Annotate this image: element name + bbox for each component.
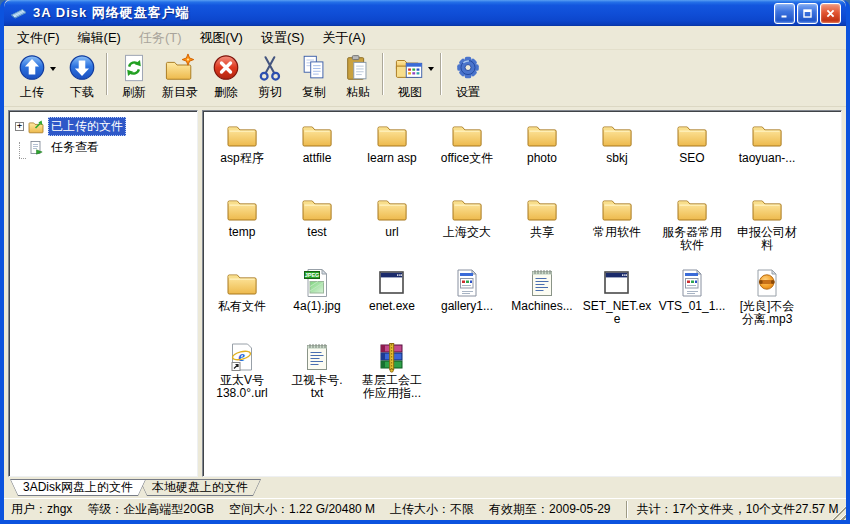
maximize-icon — [802, 8, 813, 19]
folder-icon — [675, 193, 709, 225]
cut-button[interactable]: 剪切 — [248, 52, 292, 102]
file-label: 4a(1).jpg — [293, 300, 340, 313]
maximize-button[interactable] — [797, 3, 818, 24]
chevron-down-icon — [428, 67, 434, 71]
toolbar: 上传 下载 刷新 新目录 删除 剪切 复制 粘贴 — [4, 50, 846, 107]
file-label: 上海交大 — [443, 226, 491, 239]
toolbar-separator — [440, 53, 442, 95]
text-file-icon — [300, 341, 334, 373]
file-item[interactable]: 共享 — [505, 193, 579, 267]
upload-label: 上传 — [20, 84, 44, 101]
text-file-icon — [525, 267, 559, 299]
file-label: sbkj — [606, 152, 627, 165]
status-divider — [626, 501, 628, 518]
menu-view[interactable]: 视图(V) — [191, 26, 252, 50]
delete-label: 删除 — [214, 84, 238, 101]
sidebar-item-label: 任务查看 — [48, 138, 102, 157]
close-button[interactable] — [820, 3, 841, 24]
menu-edit[interactable]: 编辑(E) — [69, 26, 130, 50]
new-folder-icon — [164, 53, 196, 83]
file-item[interactable]: 申报公司材 料 — [730, 193, 804, 267]
file-item[interactable]: [光良]不会 分离.mp3 — [730, 267, 804, 341]
paste-icon — [342, 53, 374, 83]
menu-file[interactable]: 文件(F) — [8, 26, 69, 50]
file-item[interactable]: gallery1... — [430, 267, 504, 341]
file-item[interactable]: 常用软件 — [580, 193, 654, 267]
file-item[interactable]: 基层工会工 作应用指... — [355, 341, 429, 415]
jpeg-image-icon — [300, 267, 334, 299]
bottom-tab-bar: 3ADisk网盘上的文件 本地硬盘上的文件 — [4, 479, 846, 498]
status-upload-limit: 上传大小：不限 — [390, 501, 474, 518]
file-item[interactable]: 上海交大 — [430, 193, 504, 267]
view-label: 视图 — [398, 84, 422, 101]
file-item[interactable]: 亚太V号 138.0°.url — [205, 341, 279, 415]
file-item[interactable]: photo — [505, 119, 579, 193]
file-label: 共享 — [530, 226, 554, 239]
folder-icon — [225, 267, 259, 299]
sidebar-item-uploaded-files[interactable]: 已上传的文件 — [13, 116, 195, 137]
toolbar-separator — [106, 53, 108, 95]
folder-icon — [525, 119, 559, 151]
tab-local-files[interactable]: 本地硬盘上的文件 — [139, 479, 261, 496]
internet-shortcut-icon — [225, 341, 259, 373]
file-item[interactable]: taoyuan-... — [730, 119, 804, 193]
file-label: gallery1... — [441, 300, 493, 313]
view-dropdown-arrow[interactable] — [426, 54, 436, 84]
minimize-icon — [779, 8, 790, 19]
file-item[interactable]: attfile — [280, 119, 354, 193]
tab-remote-files[interactable]: 3ADisk网盘上的文件 — [10, 479, 146, 496]
status-summary: 共计：17个文件夹，10个文件27.57 M — [637, 501, 839, 518]
file-item[interactable]: enet.exe — [355, 267, 429, 341]
file-label: SEO — [679, 152, 704, 165]
folder-icon — [300, 193, 334, 225]
file-item[interactable]: temp — [205, 193, 279, 267]
file-label: attfile — [303, 152, 332, 165]
copy-icon — [298, 53, 330, 83]
file-item[interactable]: url — [355, 193, 429, 267]
folder-icon — [375, 119, 409, 151]
file-item[interactable]: SET_NET.exe — [580, 267, 654, 341]
menu-settings[interactable]: 设置(S) — [252, 26, 313, 50]
new-folder-label: 新目录 — [162, 84, 198, 101]
file-item[interactable]: sbkj — [580, 119, 654, 193]
file-item[interactable]: Machines... — [505, 267, 579, 341]
refresh-button[interactable]: 刷新 — [112, 52, 156, 102]
file-item[interactable]: test — [280, 193, 354, 267]
file-item[interactable]: 卫视卡号. txt — [280, 341, 354, 415]
file-item[interactable]: office文件 — [430, 119, 504, 193]
file-item[interactable]: 4a(1).jpg — [280, 267, 354, 341]
expand-icon[interactable] — [15, 122, 24, 131]
view-icon — [394, 53, 426, 83]
file-item[interactable]: VTS_01_1... — [655, 267, 729, 341]
file-item[interactable]: 服务器常用 软件 — [655, 193, 729, 267]
refresh-label: 刷新 — [122, 84, 146, 101]
tab-label: 本地硬盘上的文件 — [140, 480, 260, 495]
paste-button[interactable]: 粘贴 — [336, 52, 380, 102]
file-label: taoyuan-... — [739, 152, 796, 165]
file-item[interactable]: SEO — [655, 119, 729, 193]
upload-dropdown-arrow[interactable] — [48, 54, 58, 84]
audio-file-icon — [750, 267, 784, 299]
window-title: 3A Disk 网络硬盘客户端 — [33, 4, 774, 22]
file-label: Machines... — [511, 300, 572, 313]
sidebar-item-label: 已上传的文件 — [48, 117, 126, 136]
delete-button[interactable]: 删除 — [204, 52, 248, 102]
settings-button[interactable]: 设置 — [446, 52, 490, 102]
copy-button[interactable]: 复制 — [292, 52, 336, 102]
chevron-down-icon — [50, 67, 56, 71]
folder-icon — [300, 119, 334, 151]
file-item[interactable]: learn asp — [355, 119, 429, 193]
settings-label: 设置 — [456, 84, 480, 101]
file-item[interactable]: 私有文件 — [205, 267, 279, 341]
download-button[interactable]: 下载 — [60, 52, 104, 102]
file-label: learn asp — [367, 152, 416, 165]
task-view-icon — [28, 140, 45, 156]
file-label: enet.exe — [369, 300, 415, 313]
menu-about[interactable]: 关于(A) — [313, 26, 374, 50]
file-item[interactable]: asp程序 — [205, 119, 279, 193]
upload-folder-icon — [28, 119, 45, 135]
new-folder-button[interactable]: 新目录 — [156, 52, 204, 102]
minimize-button[interactable] — [774, 3, 795, 24]
cut-label: 剪切 — [258, 84, 282, 101]
sidebar-item-task-view[interactable]: 任务查看 — [13, 137, 195, 158]
